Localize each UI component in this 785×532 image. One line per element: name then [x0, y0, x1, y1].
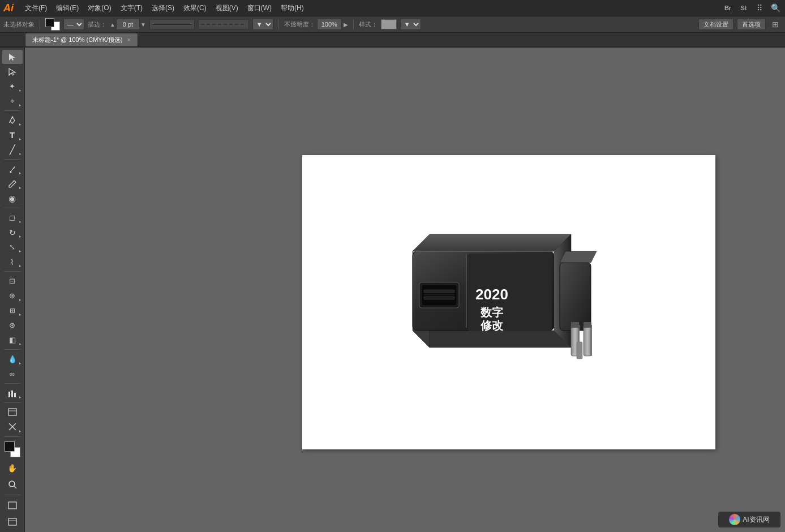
tool-type[interactable]: T▸: [2, 128, 23, 142]
foreground-color-swatch[interactable]: [5, 441, 15, 452]
style-select[interactable]: ▼: [400, 19, 421, 30]
tool-direct-selection[interactable]: [2, 65, 23, 79]
toolbar-sep-1: [40, 19, 40, 29]
fill-stroke-colors[interactable]: [45, 18, 60, 31]
opacity-group: 不透明度： ▶: [284, 19, 348, 30]
tool-gradient[interactable]: ◧▸: [2, 333, 23, 347]
tool-artboard[interactable]: [2, 405, 23, 419]
svg-text:2020: 2020: [475, 286, 508, 303]
menu-edit[interactable]: 编辑(E): [52, 2, 83, 14]
stroke-preview: [149, 19, 195, 29]
bridge-icon[interactable]: Br: [722, 2, 734, 14]
fill-color-box[interactable]: [45, 18, 54, 27]
svg-rect-22: [424, 294, 454, 295]
tool-pen[interactable]: ▸: [2, 113, 23, 127]
tool-slice[interactable]: ▸: [2, 420, 23, 434]
tool-pencil[interactable]: ▸: [2, 177, 23, 191]
stroke-input[interactable]: [116, 19, 140, 30]
tool-hand[interactable]: ✋: [2, 460, 23, 476]
document-tab[interactable]: 未标题-1* @ 100% (CMYK/预选) ×: [25, 33, 138, 46]
doc-settings-button[interactable]: 文档设置: [698, 19, 733, 30]
tool-blend[interactable]: ∞: [2, 367, 23, 381]
svg-rect-3: [11, 391, 13, 397]
tool-free-transform[interactable]: ⊡: [2, 274, 23, 288]
toolbar-extra-icon[interactable]: ⊞: [769, 18, 782, 31]
color-swatch-group[interactable]: [5, 441, 20, 457]
svg-rect-4: [14, 393, 16, 397]
stock-icon[interactable]: St: [737, 2, 750, 14]
toolbar-sep-3: [353, 19, 354, 29]
svg-rect-36: [577, 342, 582, 359]
tool-eraser[interactable]: ◻▸: [2, 211, 23, 225]
menu-object[interactable]: 对象(O): [83, 2, 115, 14]
menu-effect[interactable]: 效果(C): [179, 2, 211, 14]
tool-column-graph[interactable]: ▸: [2, 386, 23, 400]
tool-screen-mode[interactable]: [2, 514, 23, 530]
preferences-button[interactable]: 首选项: [737, 19, 766, 30]
no-object-label: 未选择对象: [3, 20, 35, 29]
stroke-type-select[interactable]: —: [63, 19, 84, 30]
dash-line: [201, 24, 246, 25]
tool-warp[interactable]: ⌇▸: [2, 255, 23, 269]
stroke-down-icon[interactable]: ▼: [140, 22, 146, 28]
tool-blob-brush[interactable]: ◉: [2, 191, 23, 205]
main-area: ✦▸ ⌖▸ ▸ T▸ ╱▸ ▸ ▸ ◉ ◻▸: [0, 48, 785, 532]
opacity-input[interactable]: [317, 19, 342, 30]
tool-rotate[interactable]: ↻▸: [2, 225, 23, 239]
menu-text[interactable]: 文字(T): [116, 2, 147, 14]
search-icon[interactable]: 🔍: [769, 2, 782, 14]
tool-mesh[interactable]: ⊛: [2, 318, 23, 332]
menu-view[interactable]: 视图(V): [211, 2, 243, 14]
tab-bar: 未标题-1* @ 100% (CMYK/预选) ×: [0, 33, 785, 48]
tool-eyedropper[interactable]: 💧▸: [2, 352, 23, 366]
svg-rect-34: [571, 322, 579, 328]
tool-scale[interactable]: ⤡▸: [2, 240, 23, 254]
svg-rect-12: [8, 518, 16, 525]
svg-marker-14: [413, 331, 571, 347]
tool-shape-builder[interactable]: ⊕▸: [2, 289, 23, 303]
tool-zoom[interactable]: [2, 477, 23, 492]
watermark-label: AI资讯网: [743, 515, 769, 525]
tool-sep-1: [4, 110, 21, 111]
tool-sep-bottom: [4, 495, 21, 495]
toolbar: 未选择对象 — 描边： ▲ ▼ ▼ 不透明度： ▶ 样式： ▼ 文档设置 首选项…: [0, 16, 785, 33]
tool-sep-7: [4, 402, 21, 403]
canvas-area[interactable]: 2020 数字 修改 AI资讯网: [25, 48, 785, 532]
tab-close-button[interactable]: ×: [127, 37, 131, 43]
stroke-value-group: ▲ ▼: [110, 19, 146, 30]
menu-help[interactable]: 帮助(H): [276, 2, 308, 14]
stroke-up-icon[interactable]: ▲: [110, 22, 115, 28]
menu-window[interactable]: 窗口(W): [243, 2, 276, 14]
tool-magic-wand[interactable]: ✦▸: [2, 79, 23, 93]
menu-select[interactable]: 选择(S): [147, 2, 179, 14]
menu-file[interactable]: 文件(F): [20, 2, 52, 14]
style-box[interactable]: [381, 19, 397, 29]
opacity-label: 不透明度：: [284, 20, 315, 29]
tool-selection[interactable]: [2, 50, 23, 64]
svg-marker-29: [560, 251, 597, 263]
watermark: AI资讯网: [718, 512, 780, 527]
style-label: 样式：: [359, 20, 378, 29]
opacity-arrow-icon[interactable]: ▶: [344, 22, 348, 28]
tool-perspective-grid[interactable]: ⊞▸: [2, 303, 23, 318]
tool-line[interactable]: ╱▸: [2, 143, 23, 157]
menu-bar: Ai 文件(F) 编辑(E) 对象(O) 文字(T) 选择(S) 效果(C) 视…: [0, 0, 785, 16]
dash-select[interactable]: ▼: [252, 19, 273, 30]
svg-marker-17: [413, 234, 571, 251]
svg-rect-5: [8, 409, 16, 415]
svg-rect-11: [8, 502, 16, 509]
charger-image: 2020 数字 修改: [379, 206, 639, 398]
stroke-label: 描边：: [88, 20, 106, 29]
artboard: 2020 数字 修改: [302, 155, 715, 449]
grid-icon[interactable]: ⠿: [753, 2, 766, 14]
tool-lasso[interactable]: ⌖▸: [2, 94, 23, 108]
tab-title: 未标题-1* @ 100% (CMYK/预选): [32, 36, 123, 44]
svg-rect-33: [590, 325, 592, 356]
tool-paintbrush[interactable]: ▸: [2, 162, 23, 176]
dash-preview: [198, 19, 249, 29]
tool-draw-mode[interactable]: [2, 497, 23, 513]
menu-app-icons: Br St ⠿ 🔍: [722, 2, 782, 14]
svg-rect-35: [584, 322, 591, 328]
svg-line-10: [14, 486, 16, 488]
toolbar-sep-2: [278, 19, 279, 29]
